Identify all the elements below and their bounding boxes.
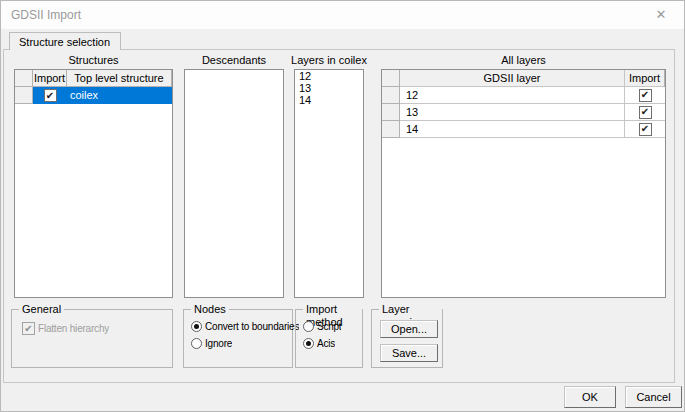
layer-number-cell[interactable]: 14 bbox=[400, 121, 625, 138]
all-layers-header-row: GDSII layer Import bbox=[382, 70, 665, 87]
save-button[interactable]: Save... bbox=[380, 344, 438, 362]
radio-button-icon[interactable] bbox=[191, 321, 202, 332]
structures-import-column-header: Import bbox=[33, 70, 67, 87]
acis-option[interactable]: Acis bbox=[303, 338, 335, 349]
script-label: Script bbox=[317, 321, 341, 332]
row-selector-header bbox=[382, 70, 400, 87]
structure-row-coilex[interactable]: ✔ coilex bbox=[15, 87, 172, 104]
checkmark-icon: ✔ bbox=[641, 124, 649, 134]
row-selector[interactable] bbox=[382, 87, 400, 104]
layer-import-cell: ✔ bbox=[625, 104, 665, 121]
window-title: GDSII Import bbox=[11, 8, 81, 22]
row-selector[interactable] bbox=[15, 87, 33, 104]
row-selector-header bbox=[15, 70, 33, 87]
nodes-group-label: Nodes bbox=[191, 303, 229, 316]
structure-name-cell[interactable]: coilex bbox=[67, 87, 172, 104]
layer-import-cell: ✔ bbox=[625, 121, 665, 138]
tab-structure-selection[interactable]: Structure selection bbox=[9, 32, 121, 50]
layer-row-14[interactable]: 14 ✔ bbox=[382, 121, 665, 138]
close-button[interactable]: ✕ bbox=[644, 1, 678, 27]
structures-table: Import Top level structure ✔ coilex bbox=[14, 69, 173, 298]
list-item[interactable]: 13 bbox=[295, 83, 363, 94]
structures-header-row: Import Top level structure bbox=[15, 70, 172, 87]
checkmark-icon: ✔ bbox=[46, 91, 54, 101]
layer-row-12[interactable]: 12 ✔ bbox=[382, 87, 665, 104]
ignore-option[interactable]: Ignore bbox=[191, 338, 232, 349]
flatten-hierarchy-label: Flatten hierarchy bbox=[38, 323, 109, 334]
all-layers-label: All layers bbox=[381, 54, 666, 67]
structures-label: Structures bbox=[14, 54, 173, 67]
radio-button-icon[interactable] bbox=[303, 338, 314, 349]
layer-import-checkbox[interactable]: ✔ bbox=[639, 106, 652, 119]
convert-to-boundaries-label: Convert to boundaries bbox=[205, 321, 299, 332]
layer-import-checkbox[interactable]: ✔ bbox=[639, 89, 652, 102]
acis-label: Acis bbox=[317, 338, 335, 349]
open-button[interactable]: Open... bbox=[380, 320, 438, 338]
cancel-button[interactable]: Cancel bbox=[625, 386, 682, 408]
structures-name-column-header: Top level structure bbox=[67, 70, 172, 87]
layer-row-13[interactable]: 13 ✔ bbox=[382, 104, 665, 121]
layer-number-cell[interactable]: 12 bbox=[400, 87, 625, 104]
close-icon: ✕ bbox=[656, 7, 667, 22]
checkmark-icon: ✔ bbox=[641, 90, 649, 100]
list-item[interactable]: 12 bbox=[295, 71, 363, 82]
descendants-listbox[interactable] bbox=[184, 69, 284, 298]
layers-in-structure-label: Layers in coilex bbox=[274, 54, 384, 67]
layer-mapping-groupbox: Layer mapping Open... Save... bbox=[371, 309, 443, 368]
descendants-label: Descendants bbox=[184, 54, 284, 67]
titlebar: GDSII Import ✕ bbox=[1, 1, 684, 29]
gdsii-import-dialog: GDSII Import ✕ Structure selection Struc… bbox=[0, 0, 685, 412]
checkmark-icon: ✔ bbox=[24, 324, 32, 334]
layers-in-structure-listbox[interactable]: 12 13 14 bbox=[294, 69, 364, 298]
layer-import-cell: ✔ bbox=[625, 87, 665, 104]
radio-button-icon[interactable] bbox=[303, 321, 314, 332]
all-layers-table: GDSII layer Import 12 ✔ 13 ✔ 14 bbox=[381, 69, 666, 298]
ok-button[interactable]: OK bbox=[564, 386, 616, 408]
layer-number-cell[interactable]: 13 bbox=[400, 104, 625, 121]
all-layers-import-column-header: Import bbox=[625, 70, 665, 87]
row-selector[interactable] bbox=[382, 121, 400, 138]
structure-import-cell: ✔ bbox=[33, 87, 67, 104]
row-selector[interactable] bbox=[382, 104, 400, 121]
gdsii-layer-column-header: GDSII layer bbox=[400, 70, 625, 87]
nodes-groupbox: Nodes Convert to boundaries Ignore bbox=[183, 309, 293, 368]
general-group-label: General bbox=[19, 303, 64, 316]
structure-import-checkbox[interactable]: ✔ bbox=[44, 89, 57, 102]
general-groupbox: General ✔ Flatten hierarchy bbox=[11, 309, 173, 368]
ignore-label: Ignore bbox=[205, 338, 232, 349]
layer-import-checkbox[interactable]: ✔ bbox=[639, 123, 652, 136]
checkmark-icon: ✔ bbox=[641, 107, 649, 117]
script-option[interactable]: Script bbox=[303, 321, 341, 332]
flatten-hierarchy-option: ✔ Flatten hierarchy bbox=[22, 322, 109, 335]
flatten-hierarchy-checkbox: ✔ bbox=[22, 322, 35, 335]
radio-button-icon[interactable] bbox=[191, 338, 202, 349]
import-method-groupbox: Import method Script Acis bbox=[295, 309, 363, 368]
convert-to-boundaries-option[interactable]: Convert to boundaries bbox=[191, 321, 299, 332]
list-item[interactable]: 14 bbox=[295, 95, 363, 106]
